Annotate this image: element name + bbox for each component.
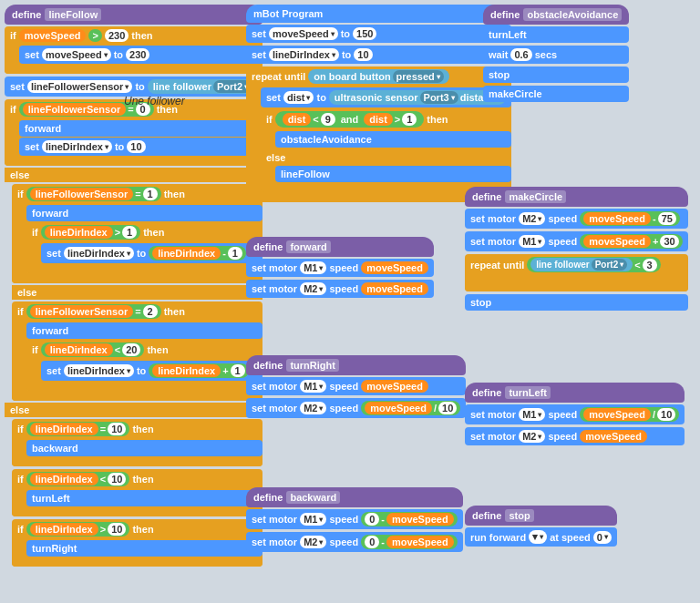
une-follower-label: Une follower [124,95,185,107]
define-linefollow: define lineFollow [5,5,262,25]
mbot-program-hat: mBot Program [246,5,511,23]
mbot-program-block: mBot Program set moveSpeed to 150 set li… [246,5,511,203]
makecircle-block: define makeCircle set motor M2 speed mov… [465,187,688,312]
stop-block: define stop run forward ▾ at speed 0 [465,506,617,547]
turnright-block: define turnRight set motor M1 speed move… [246,355,466,419]
turnleft-block: define turnLeft set motor M1 speed moveS… [465,383,685,446]
linefollow-name: lineFollow [45,8,101,21]
linefollower-block: define lineFollow if moveSpeed > 230 the… [5,5,262,567]
backward-block: define backward set motor M1 speed 0 - m… [246,487,463,553]
obstacle-avoidance-block: define obstacleAvoidance turnLeft wait 0… [483,5,629,103]
forward-block: define forward set motor M1 speed moveSp… [246,237,434,299]
if-lfs-0: if lineFollowerSensor = 0 then forward s… [5,99,262,166]
if-movespeed-230: if moveSpeed > 230 then set moveSpeed to… [5,26,262,74]
